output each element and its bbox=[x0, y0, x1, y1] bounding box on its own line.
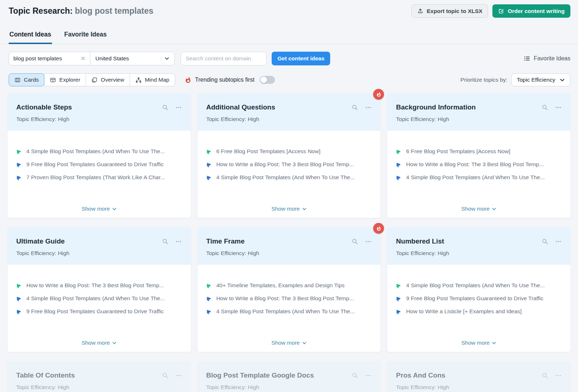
megaphone-icon bbox=[396, 161, 402, 168]
idea-title: 9 Free Blog Post Templates Guaranteed to… bbox=[406, 294, 543, 302]
idea-item[interactable]: 4 Simple Blog Post Templates (And When T… bbox=[16, 294, 182, 302]
idea-item[interactable]: 40+ Timeline Templates, Examples and Des… bbox=[206, 281, 372, 289]
more-options-icon[interactable] bbox=[365, 372, 372, 379]
export-xlsx-button[interactable]: Export topic to XLSX bbox=[411, 4, 488, 18]
show-more-button[interactable]: Show more bbox=[82, 340, 117, 346]
search-icon[interactable] bbox=[542, 238, 548, 245]
idea-item[interactable]: How to Write a Blog Post: The 3 Best Blo… bbox=[206, 160, 372, 168]
idea-item[interactable]: 4 Simple Blog Post Templates (And When T… bbox=[206, 173, 372, 181]
card-header: Table Of Contents Topic Efficiency: High bbox=[8, 361, 191, 392]
card-efficiency: Topic Efficiency: High bbox=[16, 250, 182, 257]
show-more-button[interactable]: Show more bbox=[271, 340, 306, 346]
chevron-down-icon bbox=[560, 77, 565, 83]
megaphone-icon bbox=[396, 175, 402, 181]
prioritize-value: Topic Efficiency bbox=[517, 77, 555, 83]
search-icon[interactable] bbox=[351, 238, 358, 245]
card-title: Blog Post Template Google Docs bbox=[206, 371, 352, 380]
more-options-icon[interactable] bbox=[555, 372, 562, 379]
view-segment-explorer[interactable]: Explorer bbox=[44, 73, 86, 86]
clear-query-icon[interactable]: ✕ bbox=[81, 56, 86, 62]
view-segment-label: Explorer bbox=[59, 77, 80, 83]
topic-card: Table Of Contents Topic Efficiency: High bbox=[8, 361, 191, 392]
more-options-icon[interactable] bbox=[175, 104, 182, 111]
card-header: Time Frame Topic Efficiency: High bbox=[198, 227, 381, 265]
card-efficiency: Topic Efficiency: High bbox=[396, 116, 562, 123]
trending-group: Trending subtopics first bbox=[185, 76, 275, 84]
list-icon bbox=[524, 55, 530, 62]
search-icon[interactable] bbox=[162, 238, 169, 245]
domain-search-input[interactable] bbox=[181, 52, 267, 65]
idea-item[interactable]: 4 Simple Blog Post Templates (And When T… bbox=[396, 281, 562, 289]
topic-card: Additional Questions Topic Efficiency: H… bbox=[198, 93, 381, 218]
more-options-icon[interactable] bbox=[365, 238, 372, 245]
chevron-down-icon bbox=[302, 341, 307, 345]
idea-title: How to Write a Blog Post: The 3 Best Blo… bbox=[216, 294, 354, 302]
card-title: Actionable Steps bbox=[16, 103, 162, 112]
megaphone-icon bbox=[206, 296, 212, 302]
more-options-icon[interactable] bbox=[555, 238, 562, 245]
view-segment-label: Mind Map bbox=[145, 77, 169, 83]
view-segment-mind-map[interactable]: Mind Map bbox=[130, 73, 175, 86]
card-items: 4 Simple Blog Post Templates (And When T… bbox=[396, 281, 562, 315]
card-efficiency: Topic Efficiency: High bbox=[16, 384, 182, 391]
card-title: Ultimate Guide bbox=[16, 237, 162, 246]
idea-item[interactable]: How to Write a Blog Post: The 3 Best Blo… bbox=[206, 294, 372, 302]
show-more-button[interactable]: Show more bbox=[82, 206, 117, 212]
idea-item[interactable]: 6 Free Blog Post Templates [Access Now] bbox=[206, 147, 372, 155]
trending-toggle[interactable] bbox=[260, 76, 275, 84]
favorite-ideas-label: Favorite Ideas bbox=[534, 55, 570, 62]
megaphone-icon bbox=[396, 148, 402, 155]
prioritize-select[interactable]: Topic Efficiency bbox=[511, 73, 570, 86]
prioritize-group: Prioritize topics by: Topic Efficiency bbox=[460, 73, 570, 86]
more-options-icon[interactable] bbox=[555, 104, 562, 111]
region-select[interactable]: United States bbox=[90, 52, 174, 65]
search-icon[interactable] bbox=[351, 104, 358, 111]
region-value: United States bbox=[95, 55, 129, 62]
idea-item[interactable]: 9 Free Blog Post Templates Guaranteed to… bbox=[16, 307, 182, 315]
view-segment-cards[interactable]: Cards bbox=[9, 73, 44, 86]
search-icon[interactable] bbox=[162, 104, 169, 111]
idea-item[interactable]: 7 Proven Blog Post Templates (That Work … bbox=[16, 173, 182, 181]
topic-query-input[interactable] bbox=[13, 55, 77, 62]
show-more-label: Show more bbox=[271, 206, 299, 212]
more-options-icon[interactable] bbox=[175, 372, 182, 379]
more-options-icon[interactable] bbox=[365, 104, 372, 111]
megaphone-icon bbox=[16, 309, 22, 315]
idea-item[interactable]: 9 Free Blog Post Templates Guaranteed to… bbox=[396, 294, 562, 302]
tab-label: Content Ideas bbox=[9, 31, 51, 38]
idea-item[interactable]: How to Write a Blog Post: The 3 Best Blo… bbox=[396, 160, 562, 168]
search-icon[interactable] bbox=[542, 372, 548, 379]
get-content-ideas-button[interactable]: Get content ideas bbox=[272, 52, 330, 65]
idea-item[interactable]: How to Write a Listicle [+ Examples and … bbox=[396, 307, 562, 315]
topic-card: Time Frame Topic Efficiency: High bbox=[198, 227, 381, 352]
megaphone-icon bbox=[16, 161, 22, 168]
show-more-button[interactable]: Show more bbox=[461, 340, 496, 346]
order-content-writing-button[interactable]: Order content writing bbox=[492, 4, 570, 18]
show-more-button[interactable]: Show more bbox=[461, 206, 496, 212]
topic-card: Numbered List Topic Efficiency: High bbox=[387, 227, 570, 352]
tab-favorite-ideas[interactable]: Favorite Ideas bbox=[64, 29, 108, 44]
idea-item[interactable]: 4 Simple Blog Post Templates (And When T… bbox=[396, 173, 562, 181]
idea-item[interactable]: How to Write a Blog Post: The 3 Best Blo… bbox=[16, 281, 182, 289]
idea-item[interactable]: 4 Simple Blog Post Templates (And When T… bbox=[206, 307, 372, 315]
view-segment-overview[interactable]: Overview bbox=[86, 73, 130, 86]
idea-item[interactable]: 4 Simple Blog Post Templates (And When T… bbox=[16, 147, 182, 155]
idea-title: 4 Simple Blog Post Templates (And When T… bbox=[26, 294, 165, 302]
card-items: 6 Free Blog Post Templates [Access Now] … bbox=[206, 147, 372, 181]
show-more-button[interactable]: Show more bbox=[271, 206, 306, 212]
search-icon[interactable] bbox=[542, 104, 548, 111]
cards-grid: Actionable Steps Topic Efficiency: High bbox=[8, 93, 570, 392]
idea-item[interactable]: 6 Free Blog Post Templates [Access Now] bbox=[396, 147, 562, 155]
tab-content-ideas[interactable]: Content Ideas bbox=[9, 29, 52, 44]
search-icon[interactable] bbox=[162, 372, 169, 379]
view-segment-label: Cards bbox=[24, 77, 39, 83]
card-header: Background Information Topic Efficiency:… bbox=[387, 93, 570, 131]
favorite-ideas-link[interactable]: Favorite Ideas bbox=[524, 55, 570, 62]
card-tools bbox=[351, 103, 372, 111]
card-efficiency: Topic Efficiency: High bbox=[206, 250, 372, 257]
idea-title: 6 Free Blog Post Templates [Access Now] bbox=[216, 147, 320, 155]
idea-item[interactable]: 9 Free Blog Post Templates Guaranteed to… bbox=[16, 160, 182, 168]
more-options-icon[interactable] bbox=[175, 238, 182, 245]
card-header: Actionable Steps Topic Efficiency: High bbox=[8, 93, 191, 131]
search-icon[interactable] bbox=[351, 372, 358, 379]
